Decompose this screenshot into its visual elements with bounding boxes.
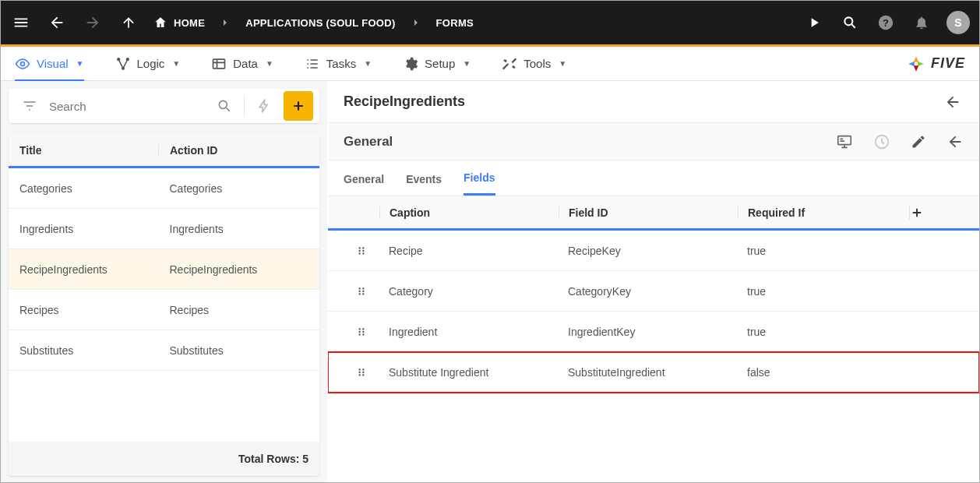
bolt-icon[interactable]	[252, 94, 276, 118]
fields-row[interactable]: Recipe RecipeKey true	[328, 231, 979, 271]
cell-requiredif: false	[738, 366, 909, 379]
fields-row[interactable]: Ingredient IngredientKey true	[328, 312, 979, 352]
cell-caption: Ingredient	[379, 326, 559, 338]
svg-point-29	[359, 368, 361, 370]
svg-text:?: ?	[883, 17, 889, 29]
table-row[interactable]: Substitutes Substitutes	[9, 330, 319, 371]
tab-general[interactable]: General	[344, 173, 384, 195]
back-arrow-icon[interactable]	[942, 91, 964, 113]
edit-icon[interactable]	[911, 134, 926, 150]
cell-requiredif: true	[738, 326, 909, 338]
col-actionid[interactable]: Action ID	[158, 144, 308, 157]
caret-down-icon: ▼	[559, 59, 566, 68]
tab-events[interactable]: Events	[406, 173, 442, 195]
tab-label: Tasks	[326, 57, 356, 70]
table-row[interactable]: Ingredients Ingredients	[9, 209, 319, 249]
breadcrumb-forms[interactable]: FORMS	[436, 17, 474, 29]
svg-point-34	[362, 374, 364, 375]
filter-icon[interactable]	[18, 94, 41, 118]
search-input[interactable]	[49, 100, 205, 113]
drag-handle-icon[interactable]	[356, 367, 367, 378]
col-caption[interactable]: Caption	[379, 206, 559, 219]
table-row[interactable]: RecipeIngredients RecipeIngredients	[9, 249, 319, 290]
tab-label: Setup	[425, 57, 455, 70]
cell-fieldid: RecipeKey	[559, 245, 738, 257]
table-row[interactable]: Categories Categories	[9, 168, 319, 209]
divider	[244, 96, 245, 116]
cell-fieldid: CategoryKey	[559, 285, 738, 298]
add-button[interactable]	[284, 91, 313, 121]
col-fieldid[interactable]: Field ID	[559, 206, 738, 219]
drag-handle-icon[interactable]	[356, 326, 367, 337]
breadcrumb-home[interactable]: HOME	[153, 16, 205, 30]
back-arrow-icon[interactable]	[947, 133, 964, 150]
svg-point-20	[362, 290, 364, 291]
tab-label: Logic	[137, 57, 165, 70]
gear-icon	[403, 56, 418, 72]
forms-table: Title Action ID Categories Categories In…	[9, 134, 319, 476]
main-tabs: Visual ▼ Logic ▼ Data ▼ Tasks ▼ Setup ▼ …	[1, 47, 979, 81]
brand-logo-icon	[906, 54, 926, 74]
section-header: General	[328, 123, 979, 160]
search-icon[interactable]	[213, 94, 236, 118]
svg-point-14	[362, 249, 364, 251]
detail-header: RecipeIngredients	[328, 81, 979, 123]
svg-point-3	[21, 62, 25, 65]
cell-title: RecipeIngredients	[19, 263, 159, 276]
tools-icon	[502, 56, 517, 72]
drag-handle-icon[interactable]	[356, 245, 367, 256]
svg-point-21	[359, 293, 361, 294]
cell-actionid: Categories	[159, 182, 309, 195]
col-requiredif[interactable]: Required If	[738, 206, 909, 219]
tab-tasks[interactable]: Tasks ▼	[305, 56, 372, 72]
home-icon	[153, 16, 167, 30]
help-icon[interactable]: ?	[875, 12, 897, 33]
tab-data[interactable]: Data ▼	[211, 56, 273, 72]
back-icon[interactable]	[46, 12, 68, 33]
svg-point-17	[359, 287, 361, 289]
fields-row[interactable]: Category CategoryKey true	[328, 271, 979, 312]
drag-handle-icon[interactable]	[356, 286, 367, 297]
tab-setup[interactable]: Setup ▼	[403, 56, 471, 72]
tab-label: Visual	[37, 57, 69, 70]
detail-tabs: General Events Fields	[328, 160, 979, 196]
tab-label: Data	[233, 57, 258, 70]
fields-row[interactable]: Substitute Ingredient SubstituteIngredie…	[328, 352, 979, 393]
tab-tools[interactable]: Tools ▼	[502, 56, 566, 72]
tab-fields[interactable]: Fields	[464, 171, 495, 196]
svg-rect-9	[838, 136, 851, 144]
tab-logic[interactable]: Logic ▼	[115, 56, 181, 72]
svg-point-26	[362, 330, 364, 332]
caret-down-icon: ▼	[266, 59, 273, 68]
cell-caption: Category	[379, 285, 559, 298]
data-icon	[211, 56, 227, 72]
run-icon[interactable]	[803, 12, 825, 33]
svg-point-16	[362, 252, 364, 254]
tab-visual[interactable]: Visual ▼	[15, 56, 84, 82]
bell-icon[interactable]	[911, 12, 932, 33]
search-action-icon[interactable]	[839, 12, 861, 33]
menu-icon[interactable]	[10, 12, 32, 33]
up-icon[interactable]	[118, 12, 139, 33]
svg-point-8	[219, 100, 227, 108]
breadcrumb-applications[interactable]: APPLICATIONS (SOUL FOOD)	[245, 17, 395, 29]
breadcrumb-label: FORMS	[436, 17, 474, 29]
svg-point-32	[362, 371, 364, 372]
add-field-button[interactable]	[910, 206, 961, 220]
cell-caption: Recipe	[379, 245, 559, 257]
table-row[interactable]: Recipes Recipes	[9, 290, 319, 330]
col-title[interactable]: Title	[19, 144, 158, 157]
breadcrumb-label: APPLICATIONS (SOUL FOOD)	[245, 17, 395, 29]
svg-point-0	[844, 17, 852, 25]
section-title: General	[344, 134, 393, 150]
history-icon[interactable]	[873, 133, 890, 150]
caret-down-icon: ▼	[76, 59, 84, 68]
chevron-right-icon	[219, 16, 231, 29]
monitor-icon[interactable]	[836, 133, 853, 150]
cell-actionid: Ingredients	[159, 223, 309, 235]
avatar[interactable]: S	[947, 11, 970, 34]
caret-down-icon: ▼	[463, 59, 471, 68]
topbar: HOME APPLICATIONS (SOUL FOOD) FORMS ? S	[1, 1, 979, 44]
svg-point-22	[362, 293, 364, 294]
cell-fieldid: SubstituteIngredient	[559, 366, 738, 379]
